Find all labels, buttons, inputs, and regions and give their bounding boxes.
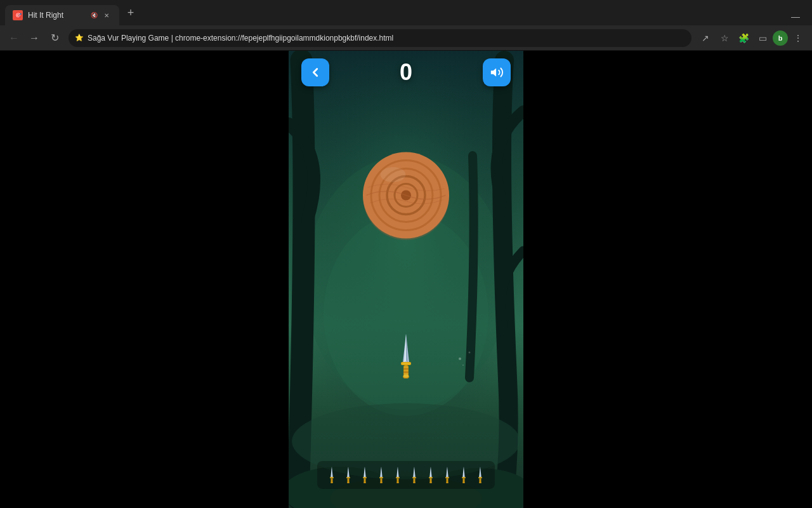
window-controls: — xyxy=(787,8,807,25)
back-arrow-icon xyxy=(308,65,322,79)
score-display: 0 xyxy=(393,59,419,86)
target-container xyxy=(360,149,452,244)
tab-controls: 🔇 ✕ xyxy=(89,10,112,20)
inventory-knife-4 xyxy=(374,466,388,484)
game-container[interactable]: 0 xyxy=(289,51,523,508)
svg-rect-36 xyxy=(346,477,350,478)
inventory-knife-8 xyxy=(440,466,454,484)
forest-background xyxy=(289,51,523,508)
svg-rect-61 xyxy=(429,477,433,478)
refresh-button[interactable]: ↻ xyxy=(46,29,63,47)
svg-rect-71 xyxy=(462,477,466,478)
address-bar[interactable]: ⭐ Sağa Vur Playing Game | chrome-extensi… xyxy=(69,29,691,47)
inventory-knife-6 xyxy=(407,466,421,484)
inventory-knife-5 xyxy=(391,466,405,484)
forward-button[interactable]: → xyxy=(25,29,43,47)
separator: | xyxy=(169,34,175,43)
inventory-knife-9 xyxy=(457,466,471,484)
svg-point-28 xyxy=(403,375,409,378)
svg-rect-56 xyxy=(412,477,416,478)
svg-point-7 xyxy=(459,358,461,360)
inventory-knife-2 xyxy=(341,466,355,484)
svg-point-8 xyxy=(469,352,471,354)
svg-rect-66 xyxy=(445,477,449,478)
svg-rect-31 xyxy=(330,477,334,478)
flying-knife xyxy=(396,334,416,381)
svg-rect-22 xyxy=(402,363,410,364)
back-button[interactable]: ← xyxy=(5,29,23,47)
tab-mute-button[interactable]: 🔇 xyxy=(89,10,99,20)
svg-rect-46 xyxy=(379,477,383,478)
bookmark-button[interactable]: ☆ xyxy=(716,29,733,47)
new-tab-button[interactable]: + xyxy=(122,4,140,22)
svg-point-17 xyxy=(381,167,406,182)
url-text: chrome-extension://fepejeplfhgiipgoilamm… xyxy=(175,34,393,43)
back-game-button[interactable] xyxy=(301,58,329,86)
tab-title: Hit It Right xyxy=(28,11,84,20)
game-header: 0 xyxy=(289,58,523,86)
menu-button[interactable]: ⋮ xyxy=(789,29,807,47)
tab-favicon: 🎯 xyxy=(13,10,23,20)
sound-button[interactable] xyxy=(483,58,511,86)
inventory-knife-10 xyxy=(473,466,487,484)
toolbar-right: ↗ ☆ 🧩 ▭ b ⋮ xyxy=(697,29,807,47)
tab-bar: 🎯 Hit It Right 🔇 ✕ + — xyxy=(0,0,812,25)
sidebar-button[interactable]: ▭ xyxy=(754,29,771,47)
address-text: Sağa Vur Playing Game | chrome-extension… xyxy=(88,34,685,43)
sound-icon xyxy=(490,65,504,79)
toolbar: ← → ↻ ⭐ Sağa Vur Playing Game | chrome-e… xyxy=(0,25,812,51)
window-minimize-button[interactable]: — xyxy=(787,8,804,25)
browser-window: 🎯 Hit It Right 🔇 ✕ + — ← → ↻ ⭐ Sağa Vur … xyxy=(0,0,812,508)
active-tab: 🎯 Hit It Right 🔇 ✕ xyxy=(5,5,119,25)
page-content: 0 xyxy=(0,51,812,508)
share-button[interactable]: ↗ xyxy=(697,29,714,47)
svg-rect-76 xyxy=(478,477,482,478)
tab-close-button[interactable]: ✕ xyxy=(102,10,112,20)
profile-button[interactable]: b xyxy=(773,30,788,46)
knife-svg xyxy=(396,334,416,378)
svg-rect-41 xyxy=(363,477,367,478)
wood-target xyxy=(360,149,452,241)
inventory-knife-3 xyxy=(358,466,372,484)
secure-icon: ⭐ xyxy=(75,34,84,42)
knife-inventory xyxy=(317,461,495,489)
svg-point-9 xyxy=(462,364,464,366)
bookmark-label: Sağa Vur Playing Game xyxy=(88,34,169,43)
inventory-knife-1 xyxy=(325,466,339,484)
inventory-knife-7 xyxy=(424,466,438,484)
inv-knife-svg-1 xyxy=(326,467,337,483)
svg-rect-51 xyxy=(396,477,400,478)
extensions-puzzle-button[interactable]: 🧩 xyxy=(735,29,752,47)
